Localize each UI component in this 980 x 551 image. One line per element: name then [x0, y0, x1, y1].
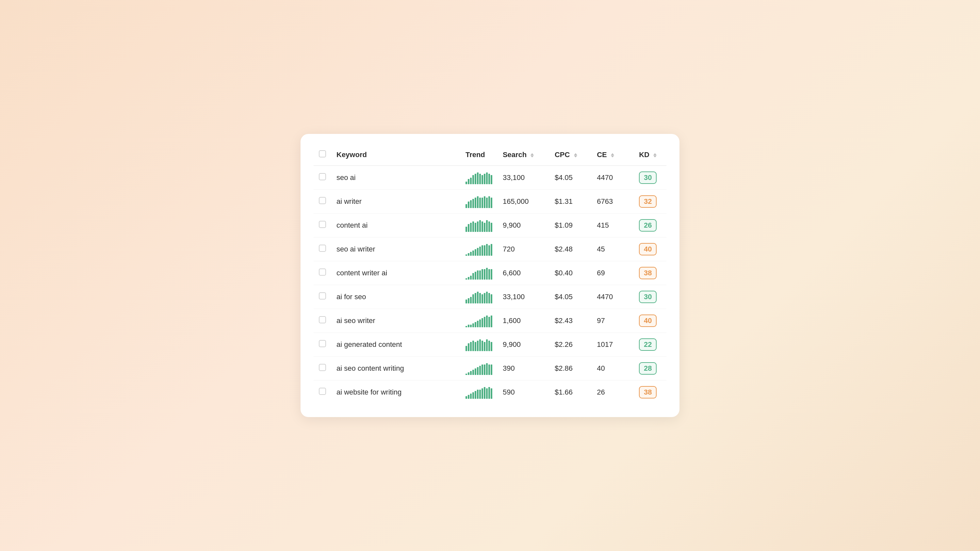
header-keyword: Keyword	[331, 144, 460, 165]
row-checkbox-cell	[313, 190, 331, 214]
trend-bar	[484, 387, 485, 399]
trend-bar	[470, 178, 472, 184]
cpc-cell: $2.26	[549, 333, 592, 357]
kd-badge: 38	[639, 267, 657, 279]
table-row: ai generated content9,900$2.26101722	[313, 333, 667, 357]
trend-bar	[475, 198, 476, 208]
trend-bar	[486, 388, 488, 399]
trend-bar	[491, 388, 492, 399]
row-checkbox[interactable]	[319, 292, 326, 300]
trend-bar	[473, 323, 474, 327]
trend-bar	[477, 221, 479, 232]
header-trend: Trend	[460, 144, 498, 165]
trend-bar	[479, 293, 481, 303]
row-checkbox[interactable]	[319, 245, 326, 252]
trend-bar	[479, 174, 481, 184]
search-cell: 165,000	[498, 190, 549, 214]
trend-bar	[470, 342, 472, 351]
trend-bar	[484, 174, 485, 184]
select-all-checkbox[interactable]	[319, 150, 326, 157]
row-checkbox[interactable]	[319, 221, 326, 228]
cpc-sort-icon	[574, 153, 577, 157]
row-checkbox-cell	[313, 309, 331, 333]
trend-bar	[477, 248, 479, 256]
trend-bar	[473, 273, 474, 279]
trend-bar	[470, 223, 472, 232]
trend-bar	[486, 268, 488, 279]
row-checkbox[interactable]	[319, 388, 326, 395]
trend-bar	[491, 223, 492, 232]
row-checkbox-cell	[313, 285, 331, 309]
keyword-table-container: Keyword Trend Search CPC	[301, 134, 679, 417]
table-row: ai for seo33,100$4.05447030	[313, 285, 667, 309]
trend-cell	[460, 237, 498, 261]
row-checkbox[interactable]	[319, 340, 326, 347]
trend-bar	[468, 277, 469, 279]
trend-bar	[482, 245, 483, 256]
kd-badge: 30	[639, 291, 657, 303]
header-search[interactable]: Search	[498, 144, 549, 165]
header-cpc[interactable]: CPC	[549, 144, 592, 165]
row-checkbox[interactable]	[319, 173, 326, 180]
trend-bar	[491, 269, 492, 279]
trend-bar	[488, 221, 490, 232]
table-row: ai website for writing590$1.662638	[313, 381, 667, 404]
trend-bar	[468, 395, 469, 399]
trend-bar	[468, 372, 469, 375]
header-ce[interactable]: CE	[592, 144, 634, 165]
trend-cell	[460, 261, 498, 285]
kd-badge: 38	[639, 386, 657, 399]
row-checkbox-cell	[313, 261, 331, 285]
trend-bar	[482, 365, 483, 375]
trend-bar	[473, 392, 474, 399]
trend-bar	[488, 245, 490, 256]
trend-bar	[479, 246, 481, 256]
trend-bar	[482, 175, 483, 184]
table-row: seo ai writer720$2.484540	[313, 237, 667, 261]
cpc-cell: $1.66	[549, 381, 592, 404]
cpc-cell: $0.40	[549, 261, 592, 285]
trend-bar	[477, 367, 479, 375]
trend-bars	[466, 219, 492, 232]
trend-bar	[477, 292, 479, 303]
trend-bar	[466, 326, 467, 327]
trend-bar	[484, 293, 485, 303]
trend-bar	[475, 272, 476, 279]
kd-cell: 38	[634, 381, 667, 404]
trend-bar	[477, 270, 479, 279]
keyword-cell: content writer ai	[331, 261, 460, 285]
trend-bar	[484, 365, 485, 375]
trend-bar	[484, 223, 485, 232]
trend-bar	[488, 365, 490, 375]
kd-cell: 38	[634, 261, 667, 285]
kd-badge: 30	[639, 171, 657, 184]
header-kd[interactable]: KD	[634, 144, 667, 165]
trend-bar	[484, 342, 485, 351]
trend-bar	[491, 342, 492, 351]
row-checkbox-cell	[313, 333, 331, 357]
trend-bar	[470, 276, 472, 279]
row-checkbox-cell	[313, 214, 331, 237]
row-checkbox[interactable]	[319, 268, 326, 276]
trend-bar	[473, 294, 474, 303]
trend-bar	[468, 253, 469, 256]
trend-bar	[468, 224, 469, 232]
row-checkbox[interactable]	[319, 197, 326, 204]
trend-bar	[484, 196, 485, 208]
trend-bar	[491, 316, 492, 327]
table-row: content writer ai6,600$0.406938	[313, 261, 667, 285]
trend-bar	[486, 173, 488, 184]
row-checkbox[interactable]	[319, 316, 326, 323]
trend-bar	[466, 396, 467, 399]
trend-bars	[466, 267, 492, 279]
keyword-cell: ai generated content	[331, 333, 460, 357]
trend-cell	[460, 165, 498, 190]
kd-cell: 26	[634, 214, 667, 237]
row-checkbox[interactable]	[319, 364, 326, 371]
cpc-cell: $4.05	[549, 165, 592, 190]
trend-bar	[466, 182, 467, 184]
search-cell: 590	[498, 381, 549, 404]
cpc-cell: $2.86	[549, 357, 592, 381]
trend-bar	[479, 198, 481, 208]
trend-bar	[482, 198, 483, 208]
